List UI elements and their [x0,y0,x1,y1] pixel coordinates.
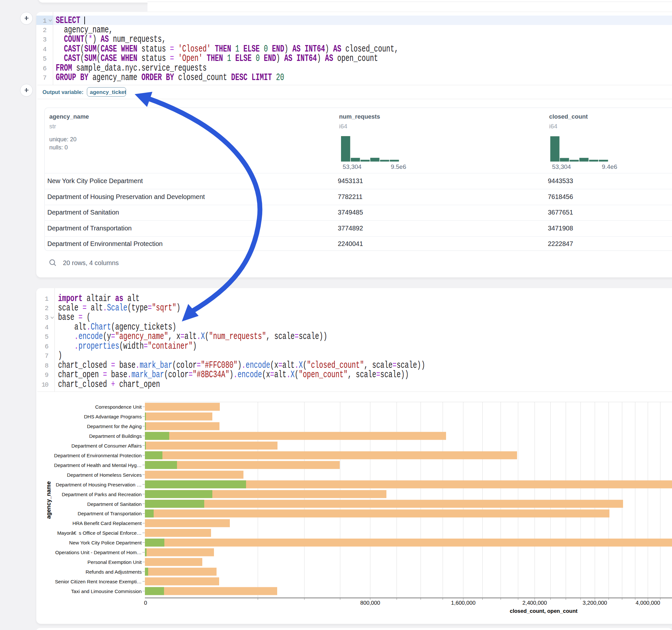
svg-text:Taxi and Limousine Commission: Taxi and Limousine Commission [71,588,142,594]
svg-text:Refunds and Adjustments: Refunds and Adjustments [86,569,142,575]
svg-text:DHS Advantage Programs: DHS Advantage Programs [84,414,142,419]
svg-text:1,600,000: 1,600,000 [451,600,476,606]
svg-text:Mayorâ€ s Office of Special En: Mayorâ€ s Office of Special Enforce… [57,530,142,536]
svg-text:HRA Benefit Card Replacement: HRA Benefit Card Replacement [72,520,142,526]
svg-text:2,400,000: 2,400,000 [522,600,547,606]
svg-text:3,200,000: 3,200,000 [582,600,607,606]
svg-text:Department of Health and Menta: Department of Health and Mental Hyg… [54,462,142,468]
svg-text:Department of Consumer Affairs: Department of Consumer Affairs [71,443,142,449]
svg-text:800,000: 800,000 [360,600,380,606]
svg-text:Operations Unit - Department o: Operations Unit - Department of Hom… [55,550,142,555]
svg-text:Department for the Aging: Department for the Aging [87,423,142,429]
svg-text:Department of Buildings: Department of Buildings [89,433,142,439]
svg-text:Department of Sanitation: Department of Sanitation [87,501,142,507]
svg-text:New York City Police Departmen: New York City Police Department [69,540,142,546]
svg-text:Department of Transportation: Department of Transportation [77,511,142,516]
svg-text:Department of Housing Preserva: Department of Housing Preservation … [56,482,142,487]
svg-text:Department of Environmental Pr: Department of Environmental Protection [54,453,142,458]
svg-text:agency_name: agency_name [45,481,52,519]
svg-text:closed_count, open_count: closed_count, open_count [510,608,578,614]
svg-text:4,000,000: 4,000,000 [636,600,660,606]
svg-text:Department of Parks and Recrea: Department of Parks and Recreation [62,492,142,497]
svg-text:Department of Homeless Service: Department of Homeless Services [67,472,142,478]
svg-text:0: 0 [144,600,147,606]
svg-text:Senior Citizen Rent Increase E: Senior Citizen Rent Increase Exempti… [55,579,142,584]
svg-text:Correspondence Unit: Correspondence Unit [95,404,142,410]
svg-text:Personal Exemption Unit: Personal Exemption Unit [88,559,142,565]
